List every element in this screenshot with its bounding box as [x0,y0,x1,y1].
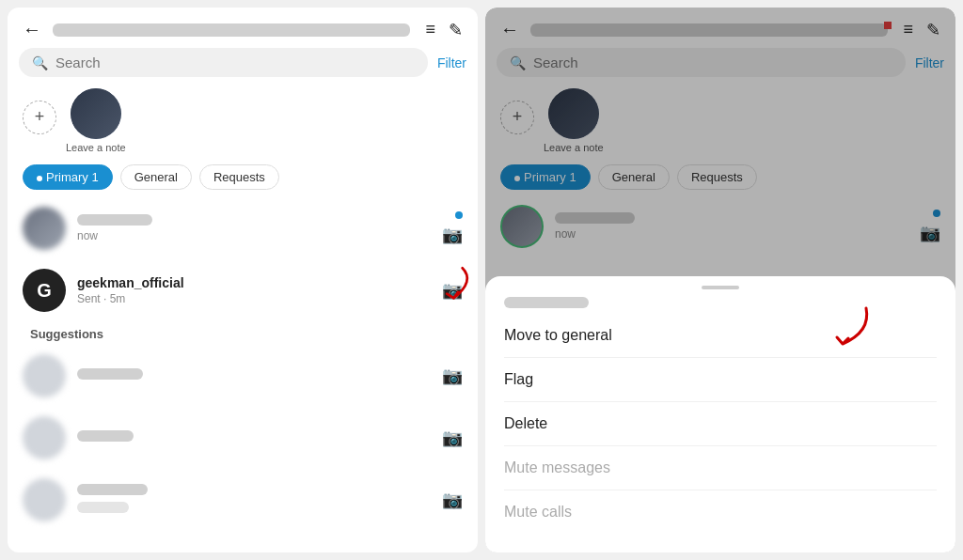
left-panel: ← ≡ ✎ 🔍 Filter + Leave a note [8,8,478,552]
move-to-general-item[interactable]: Move to general [485,314,955,357]
left-tabs: Primary 1 General Requests [8,161,478,197]
chat-avatar-1 [23,207,66,250]
left-search-bar[interactable]: 🔍 [19,48,428,77]
tab-requests[interactable]: Requests [199,164,279,190]
chat-item-geekman[interactable]: G geekman_official Sent · 5m 📷 [15,259,470,321]
mute-messages-item[interactable]: Mute messages [485,446,955,490]
bottom-sheet: Move to general Flag Delete Mute message… [485,276,955,552]
suggestion-item-3[interactable]: 📷 [15,469,470,531]
chat-item-blurred[interactable]: now 📷 [15,197,470,259]
story-label: Leave a note [66,142,126,153]
story-avatar-image [71,88,121,139]
camera-icon-geekman[interactable]: 📷 [442,280,463,301]
suggestions-label: Suggestions [15,321,470,345]
chat-name-blur-1 [77,214,152,226]
tab-primary[interactable]: Primary 1 [23,164,113,190]
suggestion-name-3a [77,484,148,495]
chat-avatar-geekman: G [23,269,66,312]
camera-icon-s1[interactable]: 📷 [442,366,463,386]
chat-info-geekman: geekman_official Sent · 5m [77,275,431,305]
left-search-input[interactable] [55,54,415,70]
camera-icon-s2[interactable]: 📷 [442,428,463,448]
edit-icon[interactable]: ✎ [449,20,463,40]
flag-item[interactable]: Flag [485,358,955,401]
left-chat-list: now 📷 G geekman_official Sent · 5m 📷 [8,197,478,552]
bottom-sheet-contact-name [504,297,589,308]
left-header-title [53,23,410,37]
suggestion-info-3 [77,484,431,517]
chat-right-1: 📷 [442,211,463,245]
delete-item[interactable]: Delete [485,402,955,445]
bottom-sheet-handle [702,286,739,289]
left-header: ← ≡ ✎ [8,8,478,48]
right-panel: ← ≡ ✎ 🔍 Filter + Leave a no [485,8,955,552]
chat-preview-1: now [77,229,431,242]
camera-icon-s3[interactable]: 📷 [442,490,463,510]
tab-general[interactable]: General [120,164,192,190]
suggestion-name-2 [77,430,134,442]
add-story-button[interactable]: + [23,101,56,134]
suggestion-avatar-3 [23,478,66,521]
suggestion-item-1[interactable]: 📷 [15,345,470,407]
left-story-row: + Leave a note [8,85,478,161]
mute-calls-item[interactable]: Mute calls [485,490,955,534]
search-icon-left: 🔍 [32,55,48,70]
chat-right-geekman: 📷 [442,280,463,301]
suggestion-name-1 [77,368,143,380]
story-avatar[interactable]: Leave a note [66,88,126,153]
left-header-icons: ≡ ✎ [425,20,463,40]
suggestion-avatar-1 [23,354,66,397]
left-back-button[interactable]: ← [23,19,41,40]
suggestion-item-2[interactable]: 📷 [15,407,470,469]
chat-name-geekman: geekman_official [77,275,431,290]
left-filter-button[interactable]: Filter [437,55,466,70]
unread-dot-1 [455,211,463,219]
suggestion-info-2 [77,430,431,445]
camera-icon-1[interactable]: 📷 [442,225,463,245]
chat-preview-geekman: Sent · 5m [77,292,431,305]
chat-info-1: now [77,214,431,242]
suggestion-name-3b [77,502,129,513]
suggestion-avatar-2 [23,416,66,459]
list-icon[interactable]: ≡ [425,20,435,39]
suggestion-info-1 [77,368,431,383]
